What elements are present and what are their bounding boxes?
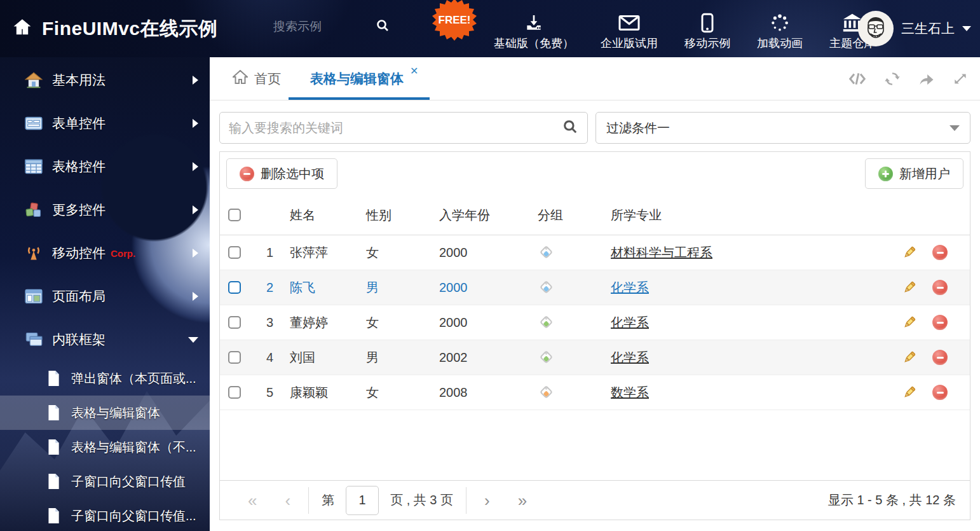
grid-toolbar: 删除选中项 新增用户	[220, 152, 970, 195]
major-link[interactable]: 化学系	[611, 315, 649, 329]
cell-name: 董婷婷	[290, 314, 366, 331]
filter-dropdown-value: 过滤条件一	[606, 120, 670, 137]
subitem-grid-edit-window[interactable]: 表格与编辑窗体	[0, 396, 210, 430]
svg-text:FREE!: FREE!	[439, 14, 471, 26]
col-name: 姓名	[290, 207, 366, 224]
row-checkbox[interactable]	[228, 246, 241, 259]
subitem-grid-edit-window-2[interactable]: 表格与编辑窗体（不...	[0, 430, 210, 464]
table-row[interactable]: 2 陈飞 男 2000 化学系	[220, 270, 970, 305]
delete-row-icon[interactable]	[932, 280, 948, 295]
sidebar-item-grid-controls[interactable]: 表格控件	[0, 145, 210, 188]
sidebar-item-iframe[interactable]: 内联框架	[0, 318, 210, 361]
nav-loading-animation[interactable]: 加载动画	[744, 0, 816, 57]
sidebar-item-form-controls[interactable]: 表单控件	[0, 102, 210, 145]
file-icon	[46, 370, 61, 387]
edit-pencil-icon[interactable]	[902, 280, 917, 295]
next-page-button[interactable]: ›	[470, 492, 504, 509]
subitem-child-to-parent-2[interactable]: 子窗口向父窗口传值...	[0, 499, 210, 531]
table-row[interactable]: 3 董婷婷 女 2000 化学系	[220, 305, 970, 340]
nav-label: 基础版（免费）	[494, 36, 574, 51]
tab-grid-edit-window[interactable]: 表格与编辑窗体 ✕	[306, 57, 422, 100]
table-row[interactable]: 4 刘国 男 2002 化学系	[220, 340, 970, 375]
sidebar-item-more-controls[interactable]: 更多控件	[0, 188, 210, 231]
dropdown-caret-icon	[949, 125, 960, 131]
add-user-button[interactable]: 新增用户	[865, 158, 963, 189]
user-menu[interactable]: 三生石上	[858, 0, 971, 57]
search-icon[interactable]	[562, 118, 578, 137]
sidebar-submenu: 弹出窗体（本页面或... 表格与编辑窗体 表格与编辑窗体（不... 子窗口向父窗…	[0, 361, 210, 531]
tab-close-icon[interactable]: ✕	[410, 65, 418, 77]
cell-actions	[890, 385, 970, 400]
keyword-search-input[interactable]	[229, 121, 562, 135]
delete-row-icon[interactable]	[932, 315, 948, 330]
logo[interactable]: FineUIMvc在线示例	[11, 0, 218, 57]
cell-year: 2000	[439, 315, 538, 330]
cell-year: 2000	[439, 245, 538, 260]
delete-row-icon[interactable]	[932, 350, 948, 365]
filter-row: 过滤条件一	[210, 100, 980, 144]
mobile-icon	[700, 9, 714, 33]
table-body: 1 张萍萍 女 2000 材料科学与工程系 2 陈飞 男 2000 化学系	[220, 235, 970, 410]
refresh-icon[interactable]	[883, 71, 901, 87]
row-checkbox[interactable]	[228, 351, 241, 364]
edit-pencil-icon[interactable]	[902, 315, 917, 330]
subitem-popup-window[interactable]: 弹出窗体（本页面或...	[0, 361, 210, 396]
sidebar-item-basic-usage[interactable]: 基本用法	[0, 59, 210, 102]
major-link[interactable]: 化学系	[611, 350, 649, 364]
major-link[interactable]: 材料科学与工程系	[611, 245, 712, 259]
select-all-checkbox-cell	[220, 209, 248, 221]
cell-year: 2008	[439, 385, 538, 400]
last-page-button[interactable]: »	[504, 492, 541, 509]
top-nav: 基础版（免费） 企业版试用 移动示例 加载动画 主题仓库	[480, 0, 888, 57]
sidebar-menu: 基本用法 表单控件 表格控件 更多控件	[0, 57, 210, 531]
table-row[interactable]: 1 张萍萍 女 2000 材料科学与工程系	[220, 235, 970, 270]
select-all-checkbox[interactable]	[228, 209, 241, 221]
file-icon	[46, 507, 61, 524]
row-number: 4	[248, 350, 290, 365]
table-row[interactable]: 5 康颖颖 女 2008 数学系	[220, 375, 970, 410]
cell-name: 刘国	[290, 349, 366, 366]
cell-year: 2002	[439, 350, 538, 365]
edit-pencil-icon[interactable]	[902, 385, 917, 400]
header-search-input[interactable]	[273, 20, 375, 34]
row-checkbox[interactable]	[228, 316, 241, 329]
app-title: FineUIMvc在线示例	[42, 16, 218, 42]
major-link[interactable]: 化学系	[611, 280, 649, 294]
row-checkbox[interactable]	[228, 281, 241, 294]
share-icon[interactable]	[918, 71, 936, 87]
filter-dropdown[interactable]: 过滤条件一	[595, 112, 970, 144]
edit-pencil-icon[interactable]	[902, 350, 917, 365]
cell-group	[538, 315, 611, 330]
prev-page-button[interactable]: ‹	[271, 492, 304, 509]
file-icon	[46, 473, 61, 490]
nav-mobile-demo[interactable]: 移动示例	[671, 0, 744, 57]
sidebar-item-page-layout[interactable]: 页面布局	[0, 275, 210, 318]
tab-tools	[848, 57, 969, 100]
major-link[interactable]: 数学系	[611, 385, 649, 399]
record-count-summary: 显示 1 - 5 条 , 共 12 条	[828, 492, 956, 509]
user-caret-icon	[962, 26, 971, 31]
view-source-icon[interactable]	[848, 71, 867, 87]
nav-basic-edition[interactable]: 基础版（免费）	[480, 0, 587, 57]
delete-selected-button[interactable]: 删除选中项	[226, 158, 337, 189]
cell-group	[538, 350, 611, 365]
sidebar-item-mobile-controls[interactable]: 移动控件 Corp.	[0, 231, 210, 275]
first-page-button[interactable]: «	[234, 492, 271, 509]
expand-icon[interactable]	[952, 71, 969, 87]
corp-badge: Corp.	[111, 248, 135, 259]
page-number-input[interactable]	[346, 486, 379, 515]
delete-row-icon[interactable]	[932, 385, 948, 400]
row-checkbox[interactable]	[228, 386, 241, 399]
file-icon	[46, 404, 61, 421]
nav-enterprise-trial[interactable]: 企业版试用	[587, 0, 671, 57]
subitem-child-to-parent[interactable]: 子窗口向父窗口传值	[0, 464, 210, 499]
tab-home[interactable]: 首页	[229, 57, 285, 100]
search-icon[interactable]	[375, 18, 390, 36]
top-header: FineUIMvc在线示例 FREE! 基础版（免费） 企业版试用	[0, 0, 980, 57]
cell-gender: 男	[366, 349, 439, 366]
delete-row-icon[interactable]	[932, 245, 948, 260]
chevron-right-icon	[193, 249, 198, 258]
grid-panel: 删除选中项 新增用户 姓名 性别 入学年份 分组 所学专业 1 张萍萍 女 20…	[219, 151, 970, 520]
edit-pencil-icon[interactable]	[902, 245, 917, 260]
tab-bar: 首页 表格与编辑窗体 ✕	[210, 57, 980, 100]
